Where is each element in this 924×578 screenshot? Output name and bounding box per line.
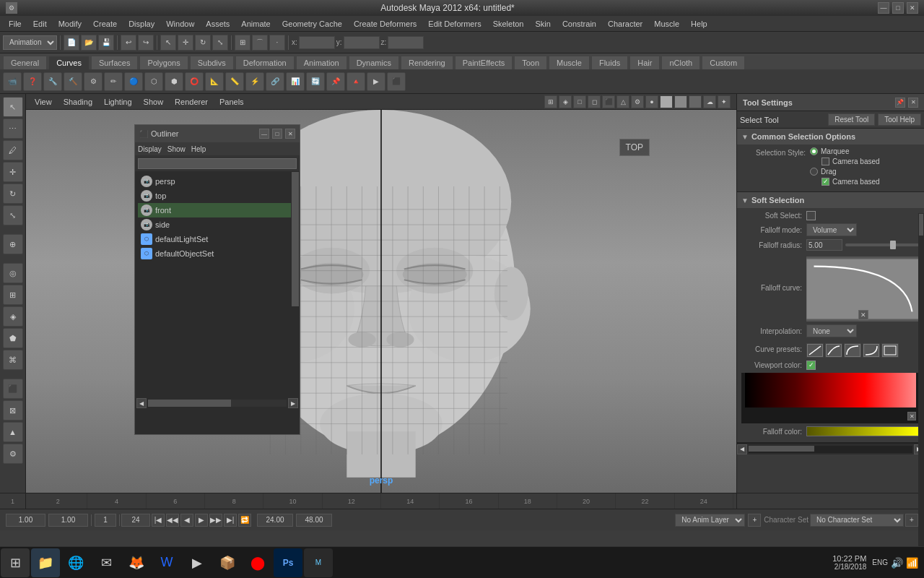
camera-based-checkbox2[interactable]: ✓ [821, 178, 829, 186]
coord-y-input[interactable] [344, 36, 380, 49]
scale-tool-btn[interactable]: ⤡ [3, 205, 23, 225]
shelf-btn-14[interactable]: 🔗 [266, 72, 284, 91]
tab-animation[interactable]: Animation [296, 56, 347, 69]
playback-end-btn[interactable]: ▶| [224, 514, 237, 527]
timeline-track[interactable]: 2 4 6 8 10 12 14 16 18 20 22 24 [26, 493, 736, 509]
menu-create-deformers[interactable]: Create Deformers [348, 18, 422, 30]
3d-text-btn[interactable]: ⬛ [3, 379, 23, 399]
right-scroll-thumb[interactable] [749, 446, 814, 452]
shelf-btn-5[interactable]: ⚙ [84, 72, 103, 91]
camera-based-checkbox1[interactable] [821, 158, 829, 165]
char-set-select[interactable]: No Character Set [810, 514, 904, 527]
undo-button[interactable]: ↩ [121, 35, 136, 51]
tab-toon[interactable]: Toon [514, 56, 547, 69]
shelf-btn-15[interactable]: 📊 [286, 72, 305, 91]
vp-icon-sphere3[interactable] [689, 95, 702, 108]
paint-tool-btn[interactable]: 🖊 [3, 140, 23, 160]
select-tool-btn[interactable]: ↖ [3, 97, 23, 117]
outliner-item-lightset[interactable]: ⬡ defaultLightSet [138, 232, 297, 246]
tab-general[interactable]: General [3, 56, 47, 69]
joint-btn[interactable]: ⬟ [3, 328, 23, 348]
menu-edit-deformers[interactable]: Edit Deformers [422, 18, 487, 30]
outliner-menu-display[interactable]: Display [138, 145, 162, 153]
save-scene-button[interactable]: 💾 [98, 35, 114, 51]
anim-layer-btn[interactable]: + [748, 514, 761, 527]
falloff-radius-slider[interactable] [845, 243, 920, 246]
scale-button[interactable]: ⤡ [212, 35, 228, 51]
falloff-curve-close-btn[interactable]: ✕ [858, 310, 868, 320]
vp-icon-4[interactable]: ◻ [588, 95, 601, 108]
taskbar-media[interactable]: ▶ [183, 548, 212, 577]
vp-icon-9[interactable]: ☁ [703, 95, 716, 108]
menu-skin[interactable]: Skin [529, 18, 556, 30]
soft-mod-btn[interactable]: ◎ [3, 263, 23, 283]
color-picker-container[interactable]: ✕ [741, 373, 920, 423]
vp-menu-renderer[interactable]: Renderer [172, 96, 211, 108]
snap-grid-button[interactable]: ⊞ [235, 35, 250, 51]
extra-btn[interactable]: ⚙ [3, 444, 23, 464]
vp-menu-shading[interactable]: Shading [61, 96, 95, 108]
curve-preset-2[interactable] [825, 343, 842, 358]
vp-menu-show[interactable]: Show [141, 96, 167, 108]
end-frame-input[interactable] [121, 514, 150, 527]
preset-select[interactable]: Animation [3, 35, 57, 50]
shelf-btn-3[interactable]: 🔧 [43, 72, 62, 91]
coord-z-input[interactable] [388, 36, 424, 49]
current-frame-input[interactable] [48, 514, 88, 527]
outliner-close-btn[interactable]: ✕ [285, 129, 295, 139]
menu-modify[interactable]: Modify [53, 18, 87, 30]
taskbar-volume-icon[interactable]: 🔊 [891, 557, 903, 569]
show-manip-btn[interactable]: ⊕ [3, 234, 23, 254]
outliner-item-persp[interactable]: 📷 persp [138, 174, 297, 189]
shelf-btn-10[interactable]: ⭕ [185, 72, 204, 91]
playback-start-btn[interactable]: |◀ [152, 514, 165, 527]
shelf-btn-12[interactable]: 📏 [225, 72, 244, 91]
cluster-btn[interactable]: ◈ [3, 306, 23, 327]
marquee-radio[interactable] [810, 147, 818, 155]
falloff-mode-select[interactable]: Volume Surface Global [806, 223, 857, 236]
soft-selection-header[interactable]: ▼ Soft Selection [737, 192, 924, 208]
tab-curves[interactable]: Curves [48, 56, 90, 69]
right-scroll-track[interactable] [749, 446, 912, 453]
menu-window[interactable]: Window [160, 18, 200, 30]
vp-icon-5[interactable]: ⬛ [602, 95, 615, 108]
color-gradient-area[interactable] [745, 373, 916, 407]
vp-icon-sphere1[interactable] [660, 95, 673, 108]
tool-settings-close-btn[interactable]: ✕ [908, 98, 918, 108]
vp-icon-10[interactable]: ✦ [718, 95, 731, 108]
tab-ncloth[interactable]: nCloth [661, 56, 700, 69]
vp-menu-lighting[interactable]: Lighting [101, 96, 135, 108]
right-panel-vscrollbar[interactable] [918, 213, 924, 578]
playback-prev-btn[interactable]: ◀ [180, 514, 193, 527]
menu-edit[interactable]: Edit [27, 18, 53, 30]
outliner-menu-show[interactable]: Show [167, 145, 186, 153]
outliner-vscrollbar[interactable] [291, 171, 300, 395]
frame-number-input[interactable] [95, 514, 116, 527]
menu-display[interactable]: Display [123, 18, 160, 30]
common-selection-header[interactable]: ▼ Common Selection Options [737, 129, 924, 144]
soft-select-checkbox[interactable] [806, 211, 816, 220]
taskbar-firefox[interactable]: 🦊 [122, 548, 151, 577]
menu-constrain[interactable]: Constrain [557, 18, 602, 30]
falloff-curve-widget[interactable]: ✕ [806, 256, 920, 322]
vp-menu-panels[interactable]: Panels [217, 96, 247, 108]
new-scene-button[interactable]: 📄 [64, 35, 79, 51]
tab-fluids[interactable]: Fluids [591, 56, 628, 69]
interpolation-select[interactable]: None Linear Smooth [806, 324, 857, 337]
outliner-hscroll-thumb[interactable] [148, 400, 231, 407]
right-panel-vscroll-thumb[interactable] [919, 214, 923, 236]
playback-prev-frame-btn[interactable]: ◀◀ [166, 514, 179, 527]
tab-hair[interactable]: Hair [629, 56, 660, 69]
move-tool-btn[interactable]: ✛ [3, 162, 23, 182]
rotate-button[interactable]: ↻ [195, 35, 211, 51]
tab-surfaces[interactable]: Surfaces [91, 56, 138, 69]
reset-tool-button[interactable]: Reset Tool [828, 113, 875, 126]
tab-painteffects[interactable]: PaintEffects [455, 56, 513, 69]
tool-help-button[interactable]: Tool Help [878, 113, 921, 126]
vp-icon-1[interactable]: ⊞ [544, 95, 557, 108]
shelf-btn-18[interactable]: 🔺 [346, 72, 365, 91]
outliner-item-top[interactable]: 📷 top [138, 189, 297, 203]
taskbar-network-icon[interactable]: 📶 [906, 557, 918, 569]
tab-polygons[interactable]: Polygons [139, 56, 188, 69]
menu-geometry-cache[interactable]: Geometry Cache [276, 18, 348, 30]
